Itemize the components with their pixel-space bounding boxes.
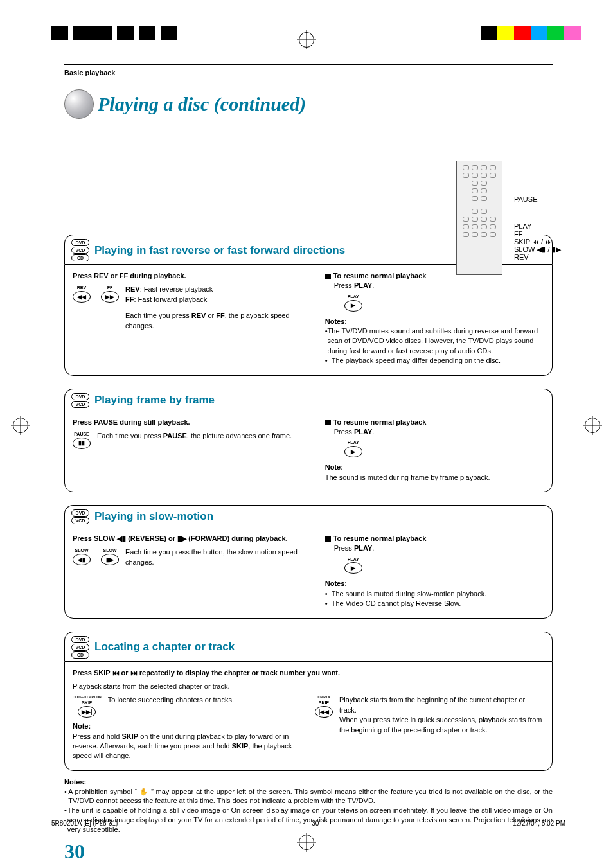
color-bar [497,26,514,40]
section-title: Playing in slow-motion [94,510,213,523]
disc-badges: DVD VCD [71,393,89,408]
step-instruction: Press REV or FF during playback. [73,271,310,281]
locate-note-text: Press and hold SKIP on the unit during p… [73,732,302,761]
cd-badge-icon: CD [71,651,89,659]
notes-heading: Notes: [325,579,544,589]
breadcrumb: Basic playback [64,69,553,76]
vcd-badge-icon: VCD [71,247,89,254]
each-press-text: Each time you press REV or FF, the playb… [125,311,310,331]
section-body-fastrev: Press REV or FF during playback. REV◀◀ F… [64,264,553,376]
rev-ff-buttons: REV◀◀ FF▶▶ [73,285,119,303]
each-press-text: Each time you press PAUSE, the picture a… [97,431,292,441]
color-bar [514,26,531,40]
remote-label-pause: PAUSE [514,195,537,203]
rev-button-icon: REV◀◀ [73,285,91,303]
play-button-icon: PLAY▶ [344,294,362,312]
each-press-text: Each time you press the button, the slow… [125,547,310,567]
section-header-slow: DVD VCD Playing in slow-motion [64,505,553,527]
vcd-badge-icon: VCD [71,517,89,524]
dvd-badge-icon: DVD [71,393,89,400]
rev-text: : Fast reverse playback [140,285,213,293]
resume-heading: To resume normal playback [333,272,427,279]
square-bullet-icon [325,420,331,425]
notes-heading: Notes: [325,317,544,326]
locate-col2-text: Playback starts from the beginning of th… [339,695,544,715]
ff-label: FF [125,296,134,303]
square-bullet-icon [325,536,331,542]
color-bar [564,26,581,40]
disc-badges: DVD VCD [71,509,89,524]
disc-badges: DVD VCD CD [71,239,89,261]
remote-label-rev: REV [514,253,529,261]
rev-label: REV [125,285,140,293]
step-instruction: Press SKIP ⏮ or ⏭ repeatedly to display … [73,668,544,678]
footer: 5R80201A [E] (P28-31) 30 12/27/04, 5:02 … [51,817,565,827]
note-item: •The sound is muted during slow-motion p… [325,589,544,599]
dvd-badge-icon: DVD [71,239,89,246]
note-item: •The playback speed may differ depending… [325,356,544,366]
registration-mark-icon [13,418,28,433]
locate-col1-text: To locate succeeding chapters or tracks. [108,695,234,705]
page-title: Playing a disc (continued) [98,93,306,115]
resume-heading: To resume normal playback [333,418,427,426]
remote-diagram: PAUSE PLAY FF SKIP ⏮ / ⏭ SLOW ◀▮ / ▮▶ RE… [456,161,610,276]
registration-mark-icon [299,835,314,850]
registration-mark-icon [299,32,314,48]
color-bar [464,26,481,40]
note-item: The sound is muted during frame by frame… [325,473,544,483]
remote-label-skip: SKIP ⏮ / ⏭ [514,238,552,245]
vcd-badge-icon: VCD [71,401,89,408]
section-body-frame: Press PAUSE during still playback. PAUSE… [64,411,553,492]
dvd-badge-icon: DVD [71,509,89,517]
footer-right: 12/27/04, 5:02 PM [513,820,565,827]
remote-label-ff: FF [514,230,522,238]
slow-rev-button-icon: SLOW◀▮ [73,547,91,565]
registration-mark-icon [585,418,600,433]
ff-text: : Fast forward playback [134,296,207,303]
resume-text: Press PLAY. [334,281,544,290]
remote-outline-icon [456,161,502,275]
top-rule [64,64,553,65]
step-instruction: Press SLOW ◀▮ (REVERSE) or ▮▶ (FORWARD) … [73,534,310,544]
color-bar [547,26,564,40]
color-bars [464,26,581,40]
sub-instruction: Playback starts from the selected chapte… [73,682,544,691]
dvd-badge-icon: DVD [71,636,89,643]
slow-buttons: SLOW◀▮ SLOW▮▶ [73,547,119,565]
step-instruction: Press PAUSE during still playback. [73,418,310,427]
skip-next-button-icon: CLOSED CAPTION SKIP ▶▶| [73,695,102,718]
section-title: Locating a chapter or track [94,641,235,653]
cd-badge-icon: CD [71,254,89,261]
locate-col2-text2: When you press twice in quick succession… [339,715,544,735]
section-header-frame: DVD VCD Playing frame by frame [64,389,553,411]
resume-text: Press PLAY. [334,427,544,437]
resume-text: Press PLAY. [334,544,544,553]
section-header-locate: DVD VCD CD Locating a chapter or track [64,632,553,661]
skip-prev-button-icon: CH RTN SKIP |◀◀ [315,695,333,718]
vcd-badge-icon: VCD [71,644,89,651]
slow-fwd-button-icon: SLOW▮▶ [101,547,119,565]
footer-mid: 30 [312,820,319,827]
section-title: Playing frame by frame [94,394,215,407]
color-bar [531,26,547,40]
color-bar [481,26,497,40]
page: Basic playback Playing a disc (continued… [0,0,613,868]
final-note-item: •A prohibition symbol “ ✋ ” may appear a… [64,787,553,806]
pause-button: PAUSE▮▮ [73,431,91,449]
content-area: Basic playback Playing a disc (continued… [64,64,553,864]
section-title: Playing in fast reverse or fast forward … [94,244,345,257]
remote-label-play: PLAY [514,222,531,230]
title-row: Playing a disc (continued) [64,89,553,119]
section-body-locate: Press SKIP ⏮ or ⏭ repeatedly to display … [64,661,553,771]
square-bullet-icon [325,274,331,279]
black-bars [51,26,182,40]
play-button-icon: PLAY▶ [344,439,362,457]
ff-button-icon: FF▶▶ [101,285,119,303]
note-heading: Note: [325,463,544,472]
sphere-bullet-icon [64,89,94,119]
footer-left: 5R80201A [E] (P28-31) [51,820,118,827]
section-body-slow: Press SLOW ◀▮ (REVERSE) or ▮▶ (FORWARD) … [64,527,553,619]
final-notes-heading: Notes: [64,777,553,787]
note-item: •The Video CD cannot play Reverse Slow. [325,599,544,608]
note-item: •The TV/DVD mutes sound and subtitles du… [325,326,544,356]
